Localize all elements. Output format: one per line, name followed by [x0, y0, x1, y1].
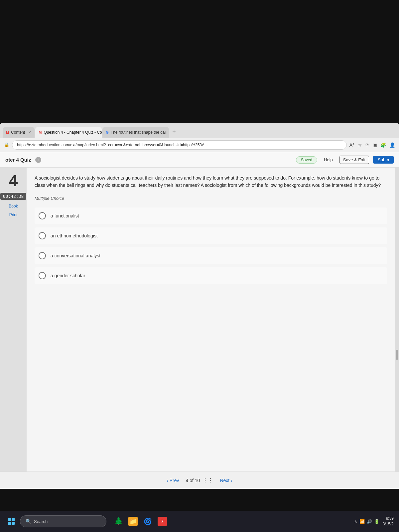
tab-routines[interactable]: G The routines that shape the dail ✕	[102, 127, 169, 138]
extension-icon[interactable]: 🧩	[380, 142, 386, 148]
option-a[interactable]: a functionalist	[35, 207, 387, 224]
system-tray: ∧ 📶 🔊 🔋 8:39 3/15/2	[354, 516, 394, 527]
question-sidebar: 4 00:42:38 Book Print	[0, 168, 27, 471]
next-button[interactable]: Next ›	[220, 478, 232, 483]
taskbar: 🔍 Search 🌲 📁 🌀 7 ∧ 📶 🔊 🔋	[0, 489, 399, 532]
taskbar-search[interactable]: 🔍 Search	[20, 515, 106, 527]
tray-icons: ∧ 📶 🔊 🔋	[354, 519, 379, 524]
option-b[interactable]: an ethnomethodologist	[35, 227, 387, 244]
taskbar-app-tree[interactable]: 🌲	[112, 515, 125, 528]
option-d[interactable]: a gender scholar	[35, 267, 387, 284]
battery-icon[interactable]: 🔋	[374, 519, 379, 524]
option-a-text: a functionalist	[51, 213, 79, 218]
quiz-content: 4 00:42:38 Book Print A sociologist deci…	[0, 168, 399, 471]
tab-content-icon: M	[6, 130, 9, 134]
radio-a[interactable]	[39, 212, 46, 219]
volume-icon[interactable]: 🔊	[367, 519, 372, 524]
edge-icon: 🌀	[143, 517, 152, 526]
option-b-text: an ethnomethodologist	[51, 233, 98, 238]
tab-question4-icon: M	[39, 130, 42, 134]
tree-icon: 🌲	[114, 517, 123, 526]
browser-window: M Content ✕ M Question 4 - Chapter 4 Qui…	[0, 123, 399, 489]
chevron-right-icon: ›	[231, 478, 232, 483]
wifi-icon[interactable]: 📶	[359, 519, 365, 524]
start-button[interactable]	[5, 515, 17, 527]
question-type: Multiple Choice	[35, 196, 387, 201]
radio-b[interactable]	[39, 232, 46, 239]
print-link[interactable]: Print	[9, 212, 18, 217]
submit-button[interactable]: Subm	[373, 156, 394, 164]
address-bar: 🔒 Aᴬ ☆ ⟳ ▣ 🧩 👤	[0, 138, 399, 152]
taskbar-app-number[interactable]: 7	[156, 515, 169, 528]
option-c-text: a conversational analyst	[51, 253, 100, 258]
help-button[interactable]: Help	[321, 156, 335, 164]
chevron-left-icon: ‹	[167, 478, 168, 483]
windows-icon	[8, 518, 15, 525]
quiz-title: oter 4 Quiz	[5, 157, 31, 163]
question-number: 4	[9, 173, 18, 189]
chevron-up-icon[interactable]: ∧	[354, 519, 357, 524]
tab-bar: M Content ✕ M Question 4 - Chapter 4 Qui…	[0, 123, 399, 138]
address-input[interactable]	[12, 140, 347, 150]
radio-d[interactable]	[39, 272, 46, 279]
add-tab-button[interactable]: +	[170, 127, 179, 136]
quiz-info-icon[interactable]: i	[35, 157, 41, 163]
radio-c[interactable]	[39, 252, 46, 259]
book-link[interactable]: Book	[9, 204, 18, 208]
taskbar-apps: 🌲 📁 🌀 7	[112, 515, 169, 528]
taskbar-app-files[interactable]: 📁	[126, 515, 140, 528]
save-exit-button[interactable]: Save & Exit	[339, 156, 369, 164]
app-number-icon: 7	[158, 517, 167, 526]
scroll-thumb[interactable]	[396, 350, 398, 360]
prev-button[interactable]: ‹ Prev	[167, 478, 179, 483]
header-actions: Help Save & Exit Subm	[321, 156, 394, 164]
tab-question4-label: Question 4 - Chapter 4 Quiz - Co	[44, 130, 102, 135]
files-icon: 📁	[128, 517, 138, 526]
tab-question4[interactable]: M Question 4 - Chapter 4 Quiz - Co ✕	[35, 127, 102, 138]
saved-badge: Saved	[296, 156, 317, 164]
search-label: Search	[34, 519, 48, 524]
scroll-indicator[interactable]	[395, 168, 399, 471]
lock-icon: 🔒	[4, 142, 9, 147]
quiz-navigation: ‹ Prev 4 of 10 ⋮⋮ Next ›	[0, 471, 399, 489]
reader-icon[interactable]: Aᴬ	[349, 142, 354, 148]
sidebar-panel-icon[interactable]: ▣	[373, 142, 377, 148]
page-current-info: 4 of 10	[186, 478, 200, 483]
taskbar-inner: 🔍 Search 🌲 📁 🌀 7 ∧ 📶 🔊 🔋	[0, 511, 399, 532]
clock-date: 3/15/2	[383, 521, 394, 527]
grid-icon[interactable]: ⋮⋮	[202, 477, 213, 483]
tab-routines-icon: G	[106, 130, 109, 134]
tab-content-label: Content	[11, 130, 25, 135]
page-info: 4 of 10 ⋮⋮	[186, 477, 213, 483]
question-area: A sociologist decides to study how stude…	[27, 168, 395, 471]
clock-time: 8:39	[383, 516, 394, 521]
tab-content-close[interactable]: ✕	[28, 130, 31, 135]
search-icon: 🔍	[26, 519, 31, 524]
favorite-icon[interactable]: ☆	[358, 142, 362, 148]
tab-content[interactable]: M Content ✕	[3, 127, 35, 138]
question-text: A sociologist decides to study how stude…	[35, 174, 387, 189]
quiz-header: oter 4 Quiz i Saved Help Save & Exit Sub…	[0, 152, 399, 168]
taskbar-app-edge[interactable]: 🌀	[141, 515, 154, 528]
option-d-text: a gender scholar	[51, 273, 85, 278]
quiz-timer: 00:42:38	[0, 193, 27, 200]
option-c[interactable]: a conversational analyst	[35, 247, 387, 264]
profile-icon[interactable]: 👤	[389, 142, 395, 148]
refresh-icon[interactable]: ⟳	[365, 142, 369, 148]
tab-routines-label: The routines that shape the dail	[111, 130, 167, 135]
system-clock[interactable]: 8:39 3/15/2	[383, 516, 394, 527]
browser-actions: Aᴬ ☆ ⟳ ▣ 🧩 👤	[349, 142, 395, 148]
